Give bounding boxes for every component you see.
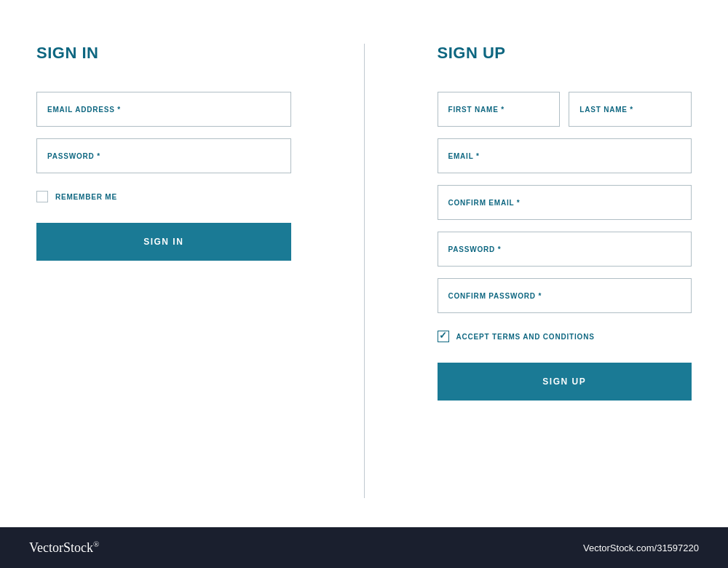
confirm-email-group: [438, 185, 692, 220]
signup-email-input[interactable]: [438, 138, 692, 173]
signin-email-input[interactable]: [36, 92, 291, 127]
footer-logo-text: VectorStock: [29, 540, 93, 555]
terms-checkbox[interactable]: [438, 331, 449, 342]
footer-url: VectorStock.com/31597220: [583, 543, 699, 553]
footer-logo: VectorStock®: [29, 540, 99, 556]
remember-me-checkbox[interactable]: [36, 191, 48, 202]
terms-link-text[interactable]: TERMS AND CONDITIONS: [492, 333, 595, 341]
sign-up-panel: SIGN UP ACCEPT TERMS AND CONDITIONS SIGN…: [394, 44, 692, 498]
signup-password-input[interactable]: [438, 232, 692, 267]
footer-logo-sup: ®: [93, 540, 99, 548]
panel-divider: [364, 44, 365, 498]
signup-email-group: [438, 138, 692, 173]
sign-in-title: SIGN IN: [36, 44, 291, 63]
remember-me-label: REMEMBER ME: [55, 193, 117, 201]
signup-lastname-input[interactable]: [569, 92, 692, 127]
signup-firstname-input[interactable]: [438, 92, 561, 127]
signup-confirm-email-input[interactable]: [438, 185, 692, 220]
remember-me-row: REMEMBER ME: [36, 191, 291, 202]
sign-up-title: SIGN UP: [438, 44, 692, 63]
signup-password-group: [438, 232, 692, 267]
footer-bar: VectorStock® VectorStock.com/31597220: [0, 527, 728, 568]
terms-accept-text: ACCEPT: [456, 333, 493, 341]
signin-button[interactable]: SIGN IN: [36, 223, 291, 261]
confirm-password-group: [438, 278, 692, 313]
name-row: [438, 92, 692, 127]
sign-in-panel: SIGN IN REMEMBER ME SIGN IN: [36, 44, 335, 498]
signin-password-input[interactable]: [36, 138, 291, 173]
signup-button[interactable]: SIGN UP: [438, 363, 692, 401]
password-group: [36, 138, 291, 173]
signup-confirm-password-input[interactable]: [438, 278, 692, 313]
terms-row: ACCEPT TERMS AND CONDITIONS: [438, 331, 692, 342]
email-group: [36, 92, 291, 127]
terms-label: ACCEPT TERMS AND CONDITIONS: [456, 333, 595, 341]
